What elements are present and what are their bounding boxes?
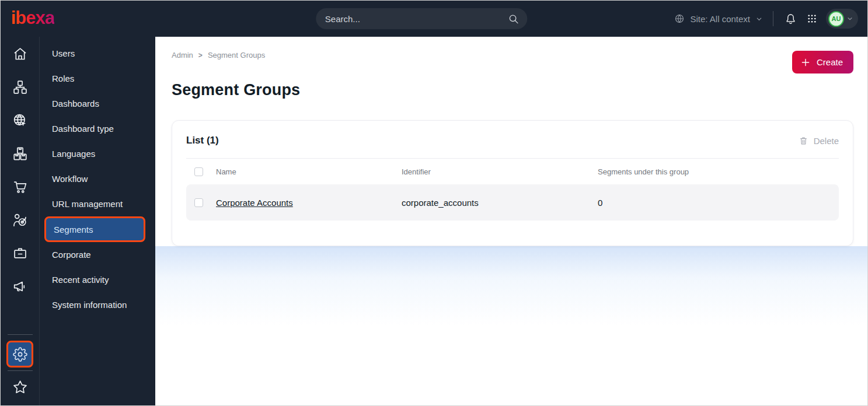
site-context-label: Site: All context [690, 14, 750, 24]
bell-icon [785, 13, 797, 25]
plus-icon [800, 57, 811, 68]
topbar: ibexa Site: All context [1, 1, 867, 37]
chevron-down-icon [846, 15, 853, 22]
sidebar-item-home[interactable] [7, 41, 33, 66]
chevron-down-icon [755, 15, 763, 23]
notifications-button[interactable] [783, 12, 798, 26]
ibexa-logo[interactable]: ibexa [11, 9, 54, 29]
sidebar-item-site[interactable] [7, 107, 33, 133]
column-header-name: Name [216, 167, 402, 176]
sidebar-item-corporate[interactable] [7, 240, 33, 266]
breadcrumb: Admin > Segment Groups [172, 51, 265, 60]
menu-item-url-management[interactable]: URL management [40, 191, 155, 216]
user-menu[interactable]: AU [826, 9, 858, 29]
table-row: Corporate Accounts corporate_accounts 0 [186, 184, 839, 220]
segment-group-count: 0 [598, 198, 839, 208]
list-card-title: List (1) [186, 135, 219, 146]
column-header-segments-count: Segments under this group [598, 167, 839, 176]
search-input[interactable] [325, 14, 508, 24]
bookmarks-star-icon [12, 379, 28, 395]
breadcrumb-admin[interactable]: Admin [172, 51, 193, 60]
rail-divider [8, 334, 33, 335]
personalization-target-icon [12, 212, 28, 228]
breadcrumb-separator: > [198, 51, 203, 60]
avatar: AU [828, 11, 844, 27]
sidebar-item-products[interactable] [7, 141, 33, 166]
segment-group-identifier: corporate_accounts [402, 198, 598, 208]
corporate-badge-icon [12, 246, 28, 261]
column-header-identifier: Identifier [402, 167, 598, 176]
app-grid-icon [807, 13, 817, 24]
topbar-right: Site: All context [674, 9, 858, 29]
menu-item-system-information[interactable]: System information [40, 292, 155, 317]
table-header: Name Identifier Segments under this grou… [186, 159, 839, 184]
sidebar-item-personalization[interactable] [7, 207, 33, 233]
app-switcher-button[interactable] [806, 12, 818, 25]
rail-divider [8, 370, 33, 371]
settings-gear-icon [13, 347, 27, 362]
sidebar-item-content[interactable] [7, 74, 33, 100]
delete-button-label: Delete [814, 136, 839, 146]
menu-item-users[interactable]: Users [40, 41, 155, 66]
commerce-cart-icon [12, 179, 28, 195]
topbar-divider [773, 11, 773, 26]
admin-submenu: Users Roles Dashboards Dashboard type La… [40, 37, 155, 405]
menu-item-recent-activity[interactable]: Recent activity [40, 267, 155, 292]
menu-item-dashboards[interactable]: Dashboards [40, 91, 155, 116]
main-content: Admin > Segment Groups Create Segment Gr… [155, 37, 867, 405]
icon-rail [1, 37, 40, 405]
create-button[interactable]: Create [792, 51, 853, 74]
site-context-selector[interactable]: Site: All context [674, 13, 763, 24]
marketing-megaphone-icon [12, 279, 28, 295]
segment-group-link[interactable]: Corporate Accounts [216, 198, 402, 208]
menu-item-corporate[interactable]: Corporate [40, 242, 155, 267]
create-button-label: Create [817, 57, 843, 67]
global-search [316, 8, 527, 29]
globe-icon [674, 13, 685, 24]
card-glow [155, 246, 867, 325]
segment-groups-list-card: List (1) Delete [172, 120, 853, 246]
sidebar-item-admin-settings[interactable] [6, 341, 33, 368]
menu-item-workflow[interactable]: Workflow [40, 166, 155, 191]
menu-item-roles[interactable]: Roles [40, 66, 155, 91]
sidebar-item-bookmarks[interactable] [7, 374, 33, 400]
search-icon[interactable] [508, 13, 519, 24]
content-tree-icon [12, 79, 28, 95]
breadcrumb-current: Segment Groups [208, 51, 265, 60]
sidebar-item-commerce[interactable] [7, 174, 33, 200]
ibexa-admin-screen: ibexa Site: All context [0, 0, 868, 406]
products-boxes-icon [12, 146, 28, 162]
trash-icon [799, 136, 808, 146]
row-checkbox[interactable] [194, 198, 203, 207]
menu-item-segments[interactable]: Segments [44, 216, 145, 242]
site-globe-icon [12, 113, 28, 128]
delete-button[interactable]: Delete [799, 136, 839, 146]
home-icon [12, 46, 28, 62]
page-title: Segment Groups [172, 81, 300, 99]
menu-item-languages[interactable]: Languages [40, 141, 155, 166]
sidebar-item-marketing[interactable] [7, 274, 33, 299]
select-all-checkbox[interactable] [194, 167, 203, 176]
menu-item-dashboard-type[interactable]: Dashboard type [40, 116, 155, 141]
